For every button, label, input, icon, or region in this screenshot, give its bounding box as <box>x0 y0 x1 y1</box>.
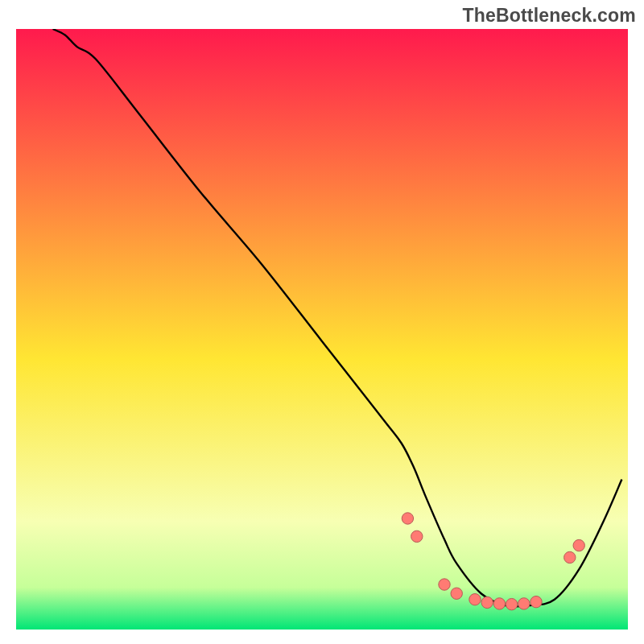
marker-dot <box>506 598 517 609</box>
chart-container: TheBottleneck.com <box>0 0 644 644</box>
marker-dot <box>481 597 493 608</box>
marker-dot <box>439 579 450 590</box>
marker-dot <box>530 596 542 607</box>
marker-dot <box>564 551 576 563</box>
marker-dot <box>402 513 413 524</box>
marker-dot <box>451 588 462 599</box>
marker-dot <box>411 530 423 542</box>
marker-dot <box>518 598 530 609</box>
plot-background <box>16 29 628 630</box>
watermark-text: TheBottleneck.com <box>462 5 636 27</box>
marker-dot <box>493 598 505 609</box>
marker-dot <box>469 594 481 605</box>
marker-dot <box>573 539 584 551</box>
chart-svg <box>0 0 644 644</box>
